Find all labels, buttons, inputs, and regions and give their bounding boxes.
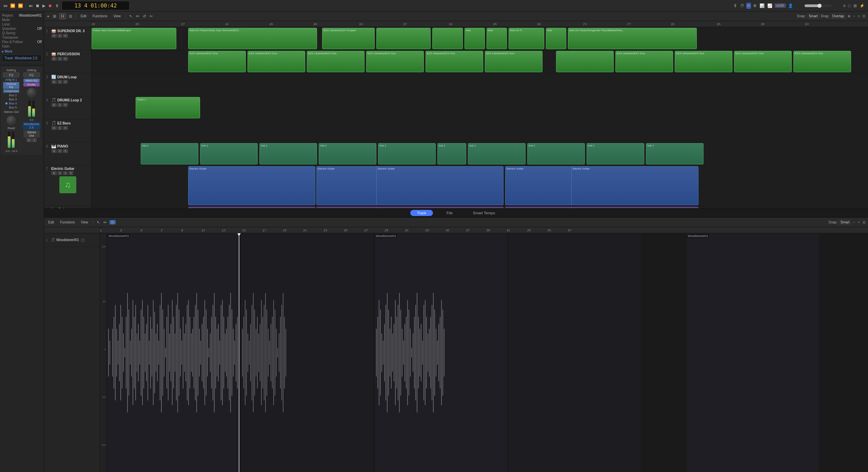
record-2[interactable]: R bbox=[63, 57, 68, 61]
record-6[interactable]: R bbox=[63, 149, 68, 153]
solo-4[interactable]: S bbox=[58, 103, 62, 107]
metronome-button[interactable]: 🎙 bbox=[733, 3, 738, 9]
match-eq-plugin[interactable]: Match EQ bbox=[23, 79, 40, 82]
region-1-3[interactable]: EZX Libraries/EZX Gospel/ bbox=[322, 28, 375, 49]
add-track-button[interactable]: + bbox=[46, 13, 50, 20]
cycle-button[interactable]: ⟳ bbox=[746, 3, 751, 9]
bottom-functions-menu[interactable]: Functions bbox=[58, 220, 77, 225]
zoom-in-btn[interactable]: + bbox=[857, 14, 861, 19]
fast-back-button[interactable]: ⏪ bbox=[9, 3, 16, 9]
region-6-8[interactable]: Inst 1 bbox=[527, 143, 585, 164]
plugin-browser-icon[interactable]: ⚡ bbox=[859, 3, 865, 9]
region-1-2[interactable]: Add-On Packs/Urban Jazz Grooves/EZX... bbox=[188, 28, 317, 49]
fast-fwd-button[interactable]: ⏩ bbox=[17, 3, 24, 9]
tab-file[interactable]: File bbox=[440, 210, 459, 216]
more-label[interactable]: ▸ More bbox=[2, 50, 13, 53]
track-config-button[interactable]: ⊟ bbox=[68, 13, 73, 19]
solo-3[interactable]: S bbox=[58, 80, 62, 84]
mute-2[interactable]: M bbox=[52, 57, 57, 61]
edit-menu[interactable]: Edit bbox=[79, 14, 88, 19]
scissor-tool[interactable]: ✂ bbox=[149, 13, 154, 19]
tuner-button[interactable]: ⚙ bbox=[752, 3, 757, 9]
mixer-icon[interactable]: ≡ bbox=[843, 3, 846, 9]
region-2-6[interactable]: EZX Libraries/EZX Gos bbox=[485, 51, 542, 72]
region-1-5[interactable] bbox=[432, 28, 463, 49]
region-7-3[interactable]: Electric Guitar bbox=[376, 166, 504, 205]
region-8-1[interactable]: Acc Guitar bbox=[188, 207, 315, 208]
eq-button-2[interactable]: EQ bbox=[23, 73, 40, 77]
rewind-button[interactable]: ⏮ bbox=[3, 3, 8, 9]
region-2-11[interactable]: EZX Libraries/EZX Gos bbox=[793, 51, 851, 72]
pan-knob[interactable] bbox=[6, 116, 16, 125]
bottom-edit-menu[interactable]: Edit bbox=[46, 220, 56, 225]
region-6-9[interactable]: Inst 1 bbox=[587, 143, 644, 164]
region-2-10[interactable]: EZX Libraries/EZX Gos bbox=[734, 51, 792, 72]
solo2-7[interactable]: S bbox=[63, 171, 67, 175]
solo-5[interactable]: S bbox=[58, 126, 62, 130]
record-7[interactable]: R bbox=[68, 171, 73, 175]
region-2-5[interactable]: EZX Libraries/EZX Gos bbox=[426, 51, 483, 72]
region-1-6[interactable]: Add bbox=[465, 28, 485, 49]
tab-track[interactable]: Track bbox=[410, 210, 433, 216]
record-button[interactable]: ⏺ bbox=[47, 3, 53, 9]
region-6-10[interactable]: Inst 1 bbox=[646, 143, 704, 164]
pencil-tool[interactable]: ✏ bbox=[135, 13, 140, 19]
region-8-3[interactable]: Acc Guitar bbox=[376, 207, 504, 208]
region-6-3[interactable]: Inst 1 bbox=[259, 143, 317, 164]
region-1-10[interactable]: Add-On Packs/Songwriter Pack/Ballad/Stra… bbox=[568, 28, 697, 49]
go-start-button[interactable]: ⏭ bbox=[28, 3, 34, 9]
region-2-2[interactable]: EZX Libraries/EZX Gos bbox=[248, 51, 305, 72]
zoom-fit-btn[interactable]: ⊡ bbox=[862, 14, 866, 19]
pan-knob-2[interactable] bbox=[27, 88, 36, 97]
bottom-zoom-out-btn[interactable]: − bbox=[852, 220, 856, 225]
region-8-5[interactable]: Acc Guitar bbox=[571, 207, 698, 208]
region-1-7[interactable]: Add- bbox=[487, 28, 507, 49]
bottom-pointer-tool[interactable]: ↖ bbox=[96, 219, 101, 225]
count-in-button[interactable]: ⏱ bbox=[739, 3, 745, 9]
region-2-1[interactable]: EZX Libraries/EZX Gos bbox=[188, 51, 246, 72]
region-6-4[interactable]: Inst 1 bbox=[319, 143, 376, 164]
record-1[interactable]: R bbox=[63, 34, 68, 38]
region-6-2[interactable]: Inst 1 bbox=[200, 143, 258, 164]
library-button[interactable]: 👤 bbox=[787, 3, 794, 9]
bottom-loop-tool[interactable]: ⟳ bbox=[110, 220, 116, 224]
tab-smart-tempo[interactable]: Smart Tempo bbox=[466, 210, 502, 216]
view-menu[interactable]: View bbox=[111, 14, 123, 19]
solo-7[interactable]: S bbox=[58, 171, 62, 175]
region-6-1[interactable]: Inst 1 bbox=[141, 143, 198, 164]
region-2-8[interactable]: EZX Libraries/EZX Gos bbox=[615, 51, 673, 72]
region-6-6[interactable]: Inst 1 bbox=[437, 143, 466, 164]
auto-zoom-btn[interactable]: ⊕ bbox=[847, 14, 851, 19]
loop-tool[interactable]: ↺ bbox=[142, 13, 147, 19]
master-button[interactable]: 📊 bbox=[759, 3, 765, 9]
region-2-9[interactable]: EZX Libraries/EZX Gos bbox=[675, 51, 732, 72]
solo-6[interactable]: S bbox=[58, 149, 62, 153]
solo-1[interactable]: S bbox=[58, 34, 62, 38]
stop-button[interactable]: ⏹ bbox=[35, 3, 40, 9]
region-4-1[interactable]: Track 1 bbox=[136, 97, 200, 118]
record-5[interactable]: R bbox=[63, 126, 68, 130]
functions-menu[interactable]: Functions bbox=[91, 14, 109, 19]
header-button[interactable]: H bbox=[59, 13, 66, 19]
region-1-4[interactable] bbox=[376, 28, 431, 49]
record-4[interactable]: R bbox=[63, 103, 68, 107]
region-6-5[interactable]: Inst 1 bbox=[378, 143, 436, 164]
mute-1[interactable]: M bbox=[52, 34, 57, 38]
compressor-plugin[interactable]: Compressor bbox=[3, 89, 19, 93]
region-2-7[interactable] bbox=[556, 51, 614, 72]
region-2-3[interactable]: EZX Libraries/EZX Gos bbox=[307, 51, 364, 72]
smart-controls-button[interactable]: es34 bbox=[774, 3, 786, 8]
cpu-button[interactable]: 📈 bbox=[767, 3, 773, 9]
region-1-1[interactable]: Urban Jazz Grooves/Midtempo/ bbox=[92, 28, 176, 49]
bottom-pencil-tool[interactable]: ✏ bbox=[103, 219, 107, 225]
exciter-plugin[interactable]: Exciter bbox=[23, 83, 40, 86]
region-7-5[interactable]: Electric Guitar bbox=[571, 166, 698, 205]
play-button[interactable]: ▶ bbox=[42, 3, 46, 9]
snap-value[interactable]: Smart bbox=[807, 14, 820, 19]
zoom-out-btn[interactable]: − bbox=[852, 14, 856, 19]
loop-browser-icon[interactable]: ⊞ bbox=[853, 3, 857, 9]
region-1-9[interactable]: Add bbox=[546, 28, 566, 49]
region-1-8[interactable]: Add-On P... bbox=[509, 28, 544, 49]
solo-btn[interactable]: S bbox=[32, 138, 37, 142]
bottom-zoom-in-btn[interactable]: + bbox=[857, 220, 861, 225]
